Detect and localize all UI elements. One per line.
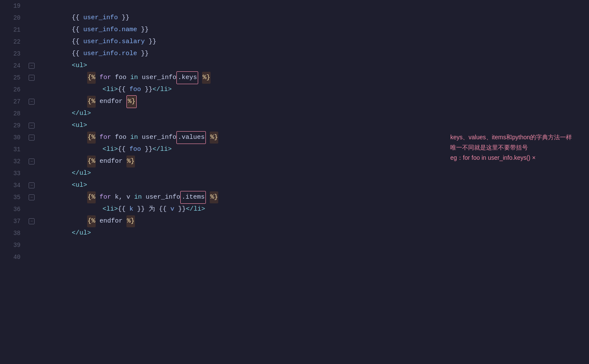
code-line-21: {{ user_info.name }}	[41, 24, 589, 36]
token: endfor	[96, 215, 126, 227]
token	[41, 60, 72, 72]
token	[41, 36, 72, 48]
code-line-24: <ul>	[41, 60, 589, 72]
token-endfor-open: {%	[87, 96, 96, 108]
token-tag-close-31: </li>	[152, 144, 172, 156]
line-num-31: 31	[0, 144, 21, 156]
token-keys-highlight: .keys	[176, 71, 198, 84]
token-var-k: k	[129, 203, 133, 215]
token-var-31: foo	[129, 144, 141, 156]
token	[41, 167, 72, 179]
fold-icon-24[interactable]: −	[29, 63, 35, 69]
token-tag-open: <ul>	[72, 60, 87, 72]
comment-line-1: keys、values、items和python的字典方法一样	[450, 132, 572, 143]
gutter-40	[26, 251, 38, 263]
token-delimiter-close: %}	[202, 72, 211, 84]
token-for: for	[100, 72, 111, 84]
token-var-v: v	[170, 203, 174, 215]
token: }}	[174, 203, 186, 215]
token: endfor	[96, 96, 126, 108]
token: foo	[111, 72, 130, 84]
token: }}	[137, 24, 149, 36]
gutter-29[interactable]: −	[26, 120, 38, 132]
fold-icon-27[interactable]: −	[29, 99, 35, 105]
token: user_info	[83, 12, 118, 24]
code-line-29: <ul>	[41, 120, 589, 132]
gutter-19	[26, 0, 38, 12]
fold-icon-32[interactable]: −	[29, 159, 35, 164]
token: endfor	[96, 156, 126, 167]
code-line-33: </ul>	[41, 167, 589, 179]
token	[41, 144, 103, 156]
line-num-29: 29	[0, 120, 21, 132]
gutter-37[interactable]: −	[26, 215, 38, 227]
code-line-25: {% for foo in user_info.keys %}	[41, 72, 589, 84]
token	[41, 96, 87, 108]
line-num-33: 33	[0, 167, 21, 179]
fold-icon-35[interactable]: −	[29, 194, 35, 200]
code-line-22: {{ user_info.salary }}	[41, 36, 589, 48]
token	[41, 108, 72, 120]
token: {{	[118, 203, 129, 215]
token-tag-33: </ul>	[72, 167, 91, 179]
token-endfor-open-32: {%	[87, 156, 96, 167]
gutter-30[interactable]: −	[26, 132, 38, 144]
fold-icon-29[interactable]: −	[29, 123, 35, 129]
token: user_info.salary	[83, 36, 145, 48]
token-values-highlight: .values	[176, 131, 206, 144]
token-delimiter-close-30: %}	[210, 132, 218, 144]
code-line-39	[41, 239, 589, 251]
gutter: − − − − − − − − −	[26, 0, 38, 364]
token-in-30: in	[130, 132, 138, 144]
token: }}	[141, 84, 152, 96]
token	[96, 132, 100, 144]
token: user_info	[138, 72, 176, 84]
token-tag: <li>	[103, 84, 118, 96]
gutter-34[interactable]: −	[26, 179, 38, 191]
gutter-27[interactable]: −	[26, 96, 38, 108]
token: {{	[72, 12, 83, 24]
token	[41, 12, 72, 24]
token	[41, 120, 72, 132]
gutter-25[interactable]: −	[26, 72, 38, 84]
gutter-26	[26, 84, 38, 96]
token: }}	[145, 36, 156, 48]
comment-block: keys、values、items和python的字典方法一样 唯一不同就是这里…	[450, 132, 572, 163]
token	[41, 132, 87, 144]
token-in: in	[130, 72, 138, 84]
token	[198, 72, 202, 84]
token: }} 为 {{	[133, 203, 170, 215]
gutter-24[interactable]: −	[26, 60, 38, 72]
token: user_info	[142, 191, 180, 203]
code-line-27: {% endfor %}	[41, 96, 589, 108]
gutter-31	[26, 144, 38, 156]
line-num-21: 21	[0, 24, 21, 36]
gutter-20	[26, 12, 38, 24]
line-num-39: 39	[0, 239, 21, 251]
line-num-19: 19	[0, 0, 21, 12]
gutter-35[interactable]: −	[26, 191, 38, 203]
token-for-30: for	[100, 132, 111, 144]
code-line-36: <li> {{ k }} 为 {{ v }} </li>	[41, 203, 589, 215]
fold-icon-34[interactable]: −	[29, 182, 35, 188]
token: }}	[118, 12, 129, 24]
code-area: {{ user_info }} {{ user_info.name }} {{ …	[38, 0, 589, 364]
gutter-32[interactable]: −	[26, 156, 38, 167]
token-delimiter-close-35: %}	[210, 191, 218, 203]
code-line-37: {% endfor %}	[41, 215, 589, 227]
gutter-33	[26, 167, 38, 179]
code-line-35: {% for k, v in user_info.items %}	[41, 191, 589, 203]
token: }}	[141, 144, 152, 156]
token: {{	[72, 24, 83, 36]
gutter-23	[26, 48, 38, 60]
line-num-23: 23	[0, 48, 21, 60]
fold-icon-25[interactable]: −	[29, 75, 35, 81]
token	[206, 132, 210, 144]
line-num-35: 35	[0, 191, 21, 203]
fold-icon-37[interactable]: −	[29, 218, 35, 224]
fold-icon-30[interactable]: −	[29, 135, 35, 141]
gutter-38	[26, 227, 38, 239]
token: user_info.name	[83, 24, 137, 36]
token	[41, 84, 103, 96]
token-pct-highlight: %}	[126, 95, 137, 108]
